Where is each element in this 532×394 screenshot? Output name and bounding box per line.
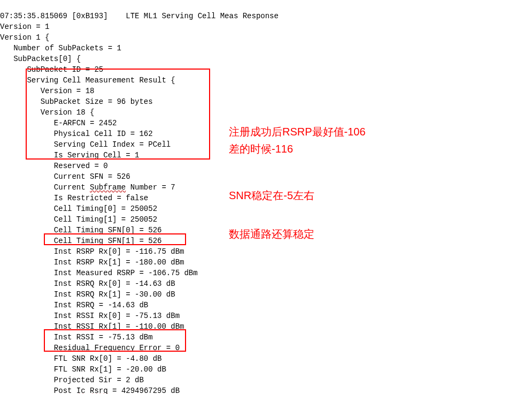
log-line: Cell Timing[1] = 250052 bbox=[0, 215, 157, 224]
log-line: Inst RSRQ Rx[1] = -30.00 dB bbox=[0, 290, 175, 299]
log-line: Is Serving Cell = 1 bbox=[0, 151, 139, 160]
log-title: LTE ML1 Serving Cell Meas Response bbox=[126, 12, 279, 20]
log-line: Residual Frequency Error = 0 bbox=[0, 344, 180, 352]
log-line: Version = 1 bbox=[0, 22, 49, 31]
log-line: Inst RSRP Rx[1] = -180.00 dBm bbox=[0, 258, 184, 267]
log-line: Cell Timing SFN[1] = 526 bbox=[0, 237, 161, 245]
log-line: SubPackets[0] { bbox=[0, 55, 81, 63]
log-line: Inst RSRQ = -14.63 dB bbox=[0, 301, 148, 309]
log-line: Serving Cell Measurement Result { bbox=[0, 76, 175, 85]
log-header-line: 07:35:35.815069 [0xB193] LTE ML1 Serving… bbox=[0, 12, 279, 20]
log-line: Inst RSRP Rx[0] = -116.75 dBm bbox=[0, 247, 184, 256]
log-line: Version = 18 bbox=[0, 87, 94, 95]
annotation-data-path: 数据通路还算稳定 bbox=[229, 225, 314, 243]
log-line: Physical Cell ID = 162 bbox=[0, 130, 153, 138]
log-line: Post Ic Rsrq = 4294967295 dB bbox=[0, 387, 180, 394]
log-line: Current Subframe Number = 7 bbox=[0, 183, 175, 192]
annotation-line: 差的时候-116 bbox=[229, 140, 366, 157]
log-line: Projected Sir = 2 dB bbox=[0, 376, 144, 384]
log-line: SubPacket ID = 25 bbox=[0, 65, 103, 74]
annotation-rsrp: 注册成功后RSRP最好值-106 差的时候-116 bbox=[229, 123, 366, 157]
annotation-snr: SNR稳定在-5左右 bbox=[229, 187, 314, 204]
log-line: Inst RSSI Rx[1] = -110.00 dBm bbox=[0, 322, 184, 331]
log-line: FTL SNR Rx[1] = -20.00 dB bbox=[0, 365, 166, 374]
log-line: Number of SubPackets = 1 bbox=[0, 44, 121, 52]
log-line: Cell Timing SFN[0] = 526 bbox=[0, 226, 161, 234]
log-line: Cell Timing[0] = 250052 bbox=[0, 204, 157, 213]
log-line: SubPacket Size = 96 bytes bbox=[0, 97, 153, 106]
annotation-line: SNR稳定在-5左右 bbox=[229, 190, 314, 201]
log-timestamp: 07:35:35.815069 bbox=[0, 12, 67, 20]
log-code: [0xB193] bbox=[72, 12, 107, 20]
log-line: Is Restricted = false bbox=[0, 194, 148, 202]
log-line: Version 18 { bbox=[0, 108, 94, 117]
log-line: Inst RSSI = -75.13 dBm bbox=[0, 333, 153, 342]
annotation-line: 注册成功后RSRP最好值-106 bbox=[229, 123, 366, 140]
log-line: Inst RSRQ Rx[0] = -14.63 dB bbox=[0, 279, 175, 288]
log-line: Version 1 { bbox=[0, 33, 49, 42]
log-line: Serving Cell Index = PCell bbox=[0, 140, 171, 149]
log-line: Inst Measured RSRP = -106.75 dBm bbox=[0, 269, 198, 277]
log-line: FTL SNR Rx[0] = -4.80 dB bbox=[0, 354, 161, 363]
annotation-line: 数据通路还算稳定 bbox=[229, 228, 314, 240]
log-line: Inst RSSI Rx[0] = -75.13 dBm bbox=[0, 312, 180, 320]
log-line: Reserved = 0 bbox=[0, 162, 108, 170]
log-line: Current SFN = 526 bbox=[0, 172, 130, 181]
log-line: E-ARFCN = 2452 bbox=[0, 119, 117, 127]
